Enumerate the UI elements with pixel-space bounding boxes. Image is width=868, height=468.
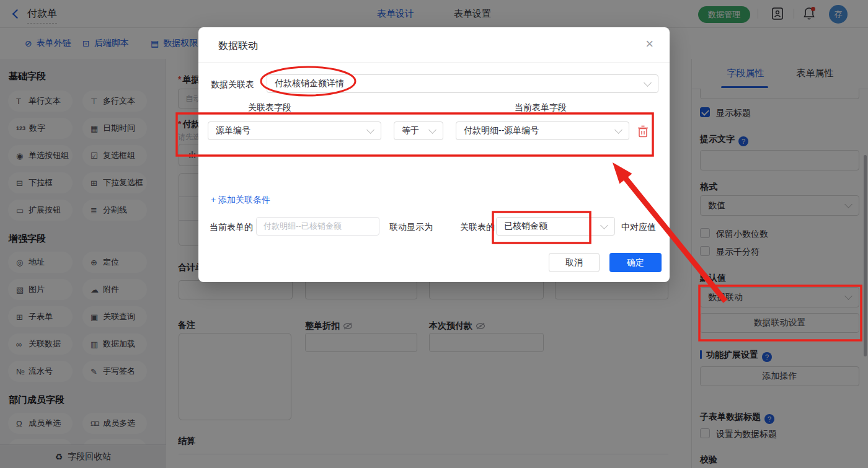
- cancel-button[interactable]: 取消: [549, 253, 600, 272]
- rel-table-label: 数据关联表: [211, 79, 254, 91]
- rel-table-of-label: 关联表的: [460, 222, 495, 233]
- current-field-placeholder: 付款明细--已核销金额: [264, 221, 342, 232]
- chevron-down-icon: [644, 79, 652, 87]
- ok-button[interactable]: 确定: [609, 253, 662, 272]
- rel-table-select[interactable]: 付款核销金额详情: [267, 74, 658, 93]
- corresponding-label: 中对应值: [621, 222, 656, 233]
- condition-target-select[interactable]: 付款明细--源单编号: [456, 121, 629, 140]
- current-form-label: 当前表单的: [210, 222, 253, 233]
- app-window: 付款单 表单设计 表单设置 数据管理 存 ⊘ 表单外链 ⊡ 后端脚本: [0, 0, 868, 468]
- data-linkage-modal: 数据联动 × 数据关联表 付款核销金额详情 关联表字段 当前表单字段 源单编号 …: [198, 27, 670, 282]
- condition-operator-value: 等于: [402, 125, 419, 136]
- chevron-down-icon: [366, 126, 374, 134]
- chevron-down-icon: [614, 126, 622, 134]
- chevron-down-icon: [600, 221, 608, 229]
- rel-table-value: 付款核销金额详情: [275, 78, 344, 89]
- condition-operator-select[interactable]: 等于: [394, 121, 443, 140]
- modal-title: 数据联动: [218, 40, 258, 53]
- add-condition-link[interactable]: + 添加关联条件: [211, 195, 270, 206]
- rel-field-value: 已核销金额: [504, 221, 547, 232]
- add-condition-label: 添加关联条件: [218, 195, 270, 205]
- condition-field-value: 源单编号: [216, 125, 250, 136]
- delete-condition-icon[interactable]: [637, 125, 649, 138]
- current-field-input[interactable]: 付款明细--已核销金额: [256, 217, 379, 236]
- link-display-label: 联动显示为: [389, 222, 433, 233]
- condition-field-select[interactable]: 源单编号: [208, 121, 381, 140]
- condition-target-value: 付款明细--源单编号: [464, 125, 539, 136]
- rel-field-select[interactable]: 已核销金额: [496, 217, 615, 236]
- column-header-right: 当前表单字段: [515, 102, 567, 113]
- modal-header-divider: [198, 62, 670, 63]
- column-header-left: 关联表字段: [248, 102, 291, 113]
- chevron-down-icon: [428, 126, 436, 134]
- plus-icon: +: [211, 195, 216, 205]
- close-icon[interactable]: ×: [645, 37, 653, 51]
